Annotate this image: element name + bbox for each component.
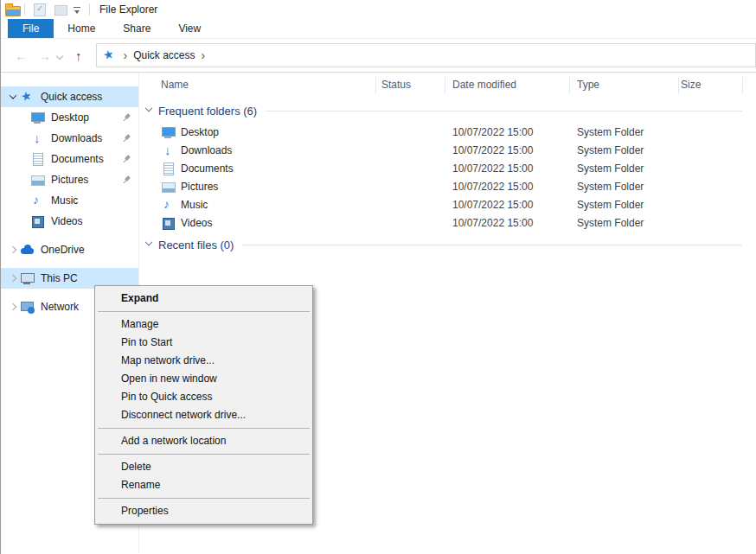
context-menu-item[interactable]: Delete xyxy=(95,458,312,476)
file-row[interactable]: Pictures 10/07/2022 15:00 System Folder xyxy=(139,177,756,195)
file-row-type: System Folder xyxy=(577,199,644,211)
context-menu-item[interactable]: Properties xyxy=(95,502,312,520)
column-header-status[interactable]: Status xyxy=(381,79,411,91)
expand-chevron-icon[interactable] xyxy=(6,300,20,314)
sidebar-item[interactable]: OneDrive xyxy=(1,239,138,260)
expand-chevron-icon[interactable] xyxy=(16,173,30,187)
sidebar-item-label: Documents xyxy=(51,153,104,165)
file-row-icon xyxy=(161,198,176,212)
sidebar-item[interactable]: Quick access xyxy=(1,86,138,107)
context-menu-item[interactable]: Add a network location xyxy=(95,432,312,450)
breadcrumb-chevron-icon[interactable]: › xyxy=(202,49,206,61)
sidebar-item-icon xyxy=(30,173,46,187)
file-row[interactable]: Desktop 10/07/2022 15:00 System Folder xyxy=(139,123,756,141)
column-divider[interactable] xyxy=(742,77,743,93)
file-row-icon xyxy=(161,143,176,157)
file-row-icon xyxy=(161,162,176,175)
sidebar-item-icon xyxy=(20,243,35,257)
file-row[interactable]: Videos 10/07/2022 15:00 System Folder xyxy=(139,213,756,232)
expand-chevron-icon[interactable] xyxy=(16,111,30,124)
file-row-type: System Folder xyxy=(577,162,644,175)
context-menu-item[interactable]: Pin to Start xyxy=(95,334,312,352)
file-row-icon xyxy=(161,125,176,139)
properties-icon[interactable] xyxy=(32,3,48,16)
column-header-size[interactable]: Size xyxy=(681,79,701,91)
sidebar-item[interactable]: Documents xyxy=(1,149,138,169)
column-divider[interactable] xyxy=(375,77,376,93)
group-divider-line xyxy=(266,111,742,111)
expand-chevron-icon[interactable] xyxy=(16,152,30,166)
address-bar[interactable]: › Quick access › xyxy=(96,43,756,67)
up-icon[interactable]: ↑ xyxy=(70,49,87,62)
expand-chevron-icon[interactable] xyxy=(16,131,30,145)
breadcrumb[interactable]: Quick access xyxy=(133,49,195,61)
pin-icon xyxy=(119,152,134,167)
sidebar-item-label: Music xyxy=(51,194,78,207)
sidebar-item[interactable]: Videos xyxy=(1,211,138,232)
expand-chevron-icon[interactable] xyxy=(6,271,20,285)
group-header-recent-files[interactable]: Recent files (0) xyxy=(139,236,742,253)
file-row-date-modified: 10/07/2022 15:00 xyxy=(452,181,533,193)
file-row-name: Downloads xyxy=(181,144,232,156)
sidebar-item-icon xyxy=(30,131,46,145)
file-row-icon xyxy=(161,216,176,230)
sidebar-item-icon xyxy=(30,152,46,166)
ribbon-tab[interactable]: File xyxy=(8,19,54,38)
column-header-type[interactable]: Type xyxy=(577,79,599,91)
column-divider[interactable] xyxy=(445,77,445,93)
recent-locations-icon[interactable] xyxy=(56,53,63,60)
sidebar-item[interactable]: Pictures xyxy=(1,169,138,190)
file-row[interactable]: Documents 10/07/2022 15:00 System Folder xyxy=(139,159,756,177)
sidebar-item-icon xyxy=(20,271,35,285)
qat-separator xyxy=(24,3,25,16)
sidebar-item-label: Pictures xyxy=(51,174,88,186)
column-header-date-modified[interactable]: Date modified xyxy=(452,79,516,91)
context-menu-item[interactable]: Map network drive... xyxy=(95,352,312,370)
column-divider[interactable] xyxy=(569,77,570,93)
expand-chevron-icon[interactable] xyxy=(6,243,20,257)
file-row-date-modified: 10/07/2022 15:00 xyxy=(452,199,533,211)
sidebar-item[interactable]: Desktop xyxy=(1,107,138,128)
qat-separator xyxy=(89,3,90,16)
new-folder-icon[interactable] xyxy=(53,3,68,16)
sidebar-item-label: Downloads xyxy=(51,132,102,144)
ribbon-tab[interactable]: View xyxy=(164,19,215,38)
sidebar-item-label: Videos xyxy=(51,215,82,227)
file-row-type: System Folder xyxy=(577,181,644,193)
ribbon-tab[interactable]: Home xyxy=(54,19,109,38)
sidebar-item[interactable]: Downloads xyxy=(1,128,138,149)
context-menu-item[interactable]: Open in new window xyxy=(95,370,312,388)
group-collapse-chevron-icon[interactable] xyxy=(145,239,152,245)
breadcrumb-chevron-icon[interactable]: › xyxy=(124,49,128,61)
file-row-date-modified: 10/07/2022 15:00 xyxy=(452,162,533,175)
context-menu-item[interactable]: Pin to Quick access xyxy=(95,388,312,406)
sidebar-item[interactable]: Music xyxy=(1,190,138,211)
navigation-bar: ← → ↑ › Quick access › xyxy=(1,39,756,73)
column-header-name[interactable]: Name xyxy=(161,79,189,91)
group-header-frequent-folders[interactable]: Frequent folders (6) xyxy=(139,102,742,119)
ribbon-tab[interactable]: Share xyxy=(109,19,164,38)
group-collapse-chevron-icon[interactable] xyxy=(145,105,152,111)
column-divider[interactable] xyxy=(678,77,679,93)
forward-arrow-icon[interactable]: → xyxy=(33,49,56,62)
file-row-type: System Folder xyxy=(577,217,644,229)
expand-chevron-icon[interactable] xyxy=(16,214,30,228)
context-menu-item[interactable]: Rename xyxy=(95,476,312,494)
sidebar-item-icon xyxy=(20,300,35,314)
context-menu-item[interactable]: Manage xyxy=(95,315,312,334)
context-menu-item[interactable]: Expand xyxy=(95,290,312,308)
file-row[interactable]: Downloads 10/07/2022 15:00 System Folder xyxy=(139,141,756,159)
file-row-name: Documents xyxy=(181,162,234,175)
customize-quick-access-icon[interactable] xyxy=(73,3,83,16)
file-row[interactable]: Music 10/07/2022 15:00 System Folder xyxy=(139,195,756,213)
expand-chevron-icon[interactable] xyxy=(16,194,30,207)
expand-chevron-icon[interactable] xyxy=(6,90,20,104)
column-header-row: Name Status Date modified Type Size xyxy=(139,73,756,98)
sidebar-item-icon xyxy=(30,214,46,228)
pin-icon xyxy=(119,111,134,125)
file-row-name: Music xyxy=(181,199,208,211)
context-menu: Expand Manage Pin to Start Map network d… xyxy=(94,285,313,525)
back-arrow-icon[interactable]: ← xyxy=(10,49,33,62)
sidebar-item-label: Desktop xyxy=(51,111,89,124)
context-menu-item[interactable]: Disconnect network drive... xyxy=(95,406,312,424)
